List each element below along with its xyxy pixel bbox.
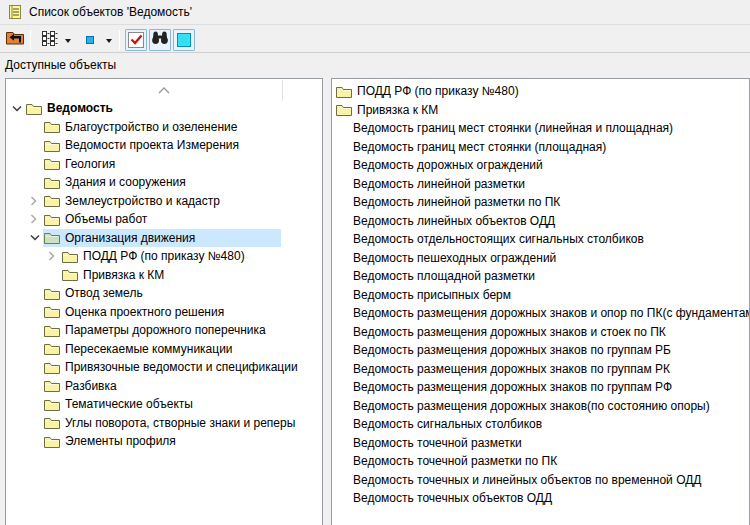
list-item[interactable]: Ведомость границ мест стоянки (площадная…: [332, 138, 749, 157]
list-item[interactable]: Ведомость размещения дорожных знаков и о…: [332, 304, 749, 323]
list-item-label: Ведомость точечных объектов ОДД: [353, 491, 552, 505]
tree-item[interactable]: Привязочные ведомости и спецификации: [6, 358, 322, 377]
folder-icon: [44, 287, 60, 300]
tree-item-content: Привязочные ведомости и спецификации: [43, 358, 298, 377]
list-item[interactable]: Ведомость площадной разметки: [332, 267, 749, 286]
list-item[interactable]: Ведомость размещения дорожных знаков(по …: [332, 397, 749, 416]
list-item[interactable]: Ведомость размещения дорожных знаков и с…: [332, 323, 749, 342]
tree-item-label: Разбивка: [65, 379, 117, 393]
list-item-label: Ведомость размещения дорожных знаков(по …: [353, 399, 710, 413]
folder-icon: [336, 103, 352, 116]
toolbar-separator: [30, 30, 31, 50]
list-item[interactable]: Ведомость сигнальных столбиков: [332, 415, 749, 434]
highlight-toggle-button[interactable]: [173, 29, 195, 51]
tree-item[interactable]: Привязка к КМ: [6, 266, 322, 285]
tree-item-label: Тематические объекты: [65, 397, 193, 411]
list-item[interactable]: Ведомость линейной разметки по ПК: [332, 193, 749, 212]
tree-item[interactable]: Объемы работ: [6, 210, 322, 229]
list-item[interactable]: Ведомость точечных и линейных объектов п…: [332, 471, 749, 490]
list-item[interactable]: Привязка к КМ: [332, 101, 749, 120]
chevron-down-icon[interactable]: [12, 105, 25, 112]
tree-item-label: Землеустройство и кадастр: [65, 194, 220, 208]
tree-item-content: Ведомость: [25, 99, 281, 118]
tree-item-content: Объемы работ: [43, 210, 281, 229]
list-item-label: Ведомость размещения дорожных знаков по …: [353, 362, 670, 376]
tree-item[interactable]: Землеустройство и кадастр: [6, 192, 322, 211]
list-item-label: Привязка к КМ: [357, 103, 438, 117]
marker-dropdown[interactable]: [102, 29, 116, 51]
tree-item[interactable]: Разбивка: [6, 377, 322, 396]
tree-item[interactable]: Ведомости проекта Измерения: [6, 136, 322, 155]
folder-icon: [44, 435, 60, 448]
chevron-right-icon[interactable]: [30, 214, 43, 224]
list-item-label: Ведомость линейной разметки: [353, 177, 525, 191]
list-item[interactable]: Ведомость размещения дорожных знаков по …: [332, 378, 749, 397]
tree-item-content: Тематические объекты: [43, 395, 281, 414]
folder-icon: [62, 268, 78, 281]
blue-square-icon: [86, 36, 94, 44]
tree-item[interactable]: Оценка проектного решения: [6, 303, 322, 322]
tree-item[interactable]: Геология: [6, 155, 322, 174]
available-objects-label: Доступные объекты: [5, 58, 116, 72]
window-titlebar: Список объектов 'Ведомость': [0, 0, 750, 25]
list-item[interactable]: Ведомость линейных объектов ОДД: [332, 212, 749, 231]
list-item[interactable]: Ведомость границ мест стоянки (линейная …: [332, 119, 749, 138]
list-item[interactable]: Ведомость размещения дорожных знаков по …: [332, 360, 749, 379]
objects-list-panel: ПОДД РФ (по приказу №480)Привязка к КМВе…: [331, 78, 750, 525]
tree-layout-button[interactable]: [37, 29, 61, 51]
list-item[interactable]: Ведомость линейной разметки: [332, 175, 749, 194]
folder-icon: [44, 139, 60, 152]
list-item-label: Ведомость площадной разметки: [353, 269, 535, 283]
tree-item-content: Благоустройство и озеленение: [43, 118, 281, 137]
list-item[interactable]: Ведомость дорожных ограждений: [332, 156, 749, 175]
tree-item-label: Привязочные ведомости и спецификации: [65, 360, 298, 374]
chevron-up-icon: [158, 80, 170, 98]
folder-icon: [44, 213, 60, 226]
tree-item[interactable]: Ведомость: [6, 99, 322, 118]
parent-folder-button[interactable]: [3, 29, 27, 51]
list-item[interactable]: Ведомость размещения дорожных знаков по …: [332, 341, 749, 360]
tree-item[interactable]: Благоустройство и озеленение: [6, 118, 322, 137]
tree-item[interactable]: Отвод земель: [6, 284, 322, 303]
list-item[interactable]: Ведомость точечной разметки: [332, 434, 749, 453]
tree-item-label: Благоустройство и озеленение: [65, 120, 237, 134]
list-item[interactable]: Ведомость точечной разметки по ПК: [332, 452, 749, 471]
search-button[interactable]: [149, 29, 171, 51]
tree-item[interactable]: Элементы профиля: [6, 432, 322, 451]
tree-item-label: Элементы профиля: [65, 434, 176, 448]
list-item-label: Ведомость пешеходных ограждений: [353, 251, 556, 265]
list-item[interactable]: ПОДД РФ (по приказу №480): [332, 82, 749, 101]
list-item[interactable]: Ведомость отдельностоящих сигнальных сто…: [332, 230, 749, 249]
list-item-label: Ведомость границ мест стоянки (площадная…: [353, 140, 606, 154]
list-item[interactable]: Ведомость пешеходных ограждений: [332, 249, 749, 268]
tree-scroll-up[interactable]: [6, 79, 322, 99]
folder-icon: [44, 398, 60, 411]
tree-item[interactable]: Пересекаемые коммуникации: [6, 340, 322, 359]
list-item-label: Ведомость присыпных берм: [353, 288, 511, 302]
tree-item[interactable]: Параметры дорожного поперечника: [6, 321, 322, 340]
chevron-down-icon[interactable]: [30, 234, 43, 241]
tree-item[interactable]: ПОДД РФ (по приказу №480): [6, 247, 322, 266]
binoculars-icon: [151, 30, 169, 49]
list-rows: ПОДД РФ (по приказу №480)Привязка к КМВе…: [332, 82, 749, 508]
tree-item[interactable]: Организация движения: [6, 229, 322, 248]
list-item-label: Ведомость размещения дорожных знаков и с…: [353, 325, 666, 339]
chevron-right-icon[interactable]: [30, 196, 43, 206]
tree-layout-dropdown[interactable]: [61, 29, 75, 51]
tree-rows: ВедомостьБлагоустройство и озеленениеВед…: [6, 99, 322, 451]
tree-item[interactable]: Тематические объекты: [6, 395, 322, 414]
list-item[interactable]: Ведомость присыпных берм: [332, 286, 749, 305]
folder-icon: [44, 176, 60, 189]
tree-item-label: Привязка к КМ: [83, 268, 164, 282]
tree-item-content: Геология: [43, 155, 281, 174]
chevron-right-icon[interactable]: [48, 251, 61, 261]
cyan-square-icon: [177, 33, 191, 47]
list-item[interactable]: Ведомость точечных объектов ОДД: [332, 489, 749, 508]
folder-icon: [44, 416, 60, 429]
tree-item-label: Здания и сооружения: [65, 175, 186, 189]
check-toggle-button[interactable]: [125, 29, 147, 51]
tree-item[interactable]: Здания и сооружения: [6, 173, 322, 192]
objects-tree-panel: ВедомостьБлагоустройство и озеленениеВед…: [5, 78, 323, 525]
tree-item[interactable]: Углы поворота, створные знаки и реперы: [6, 414, 322, 433]
marker-button[interactable]: [78, 29, 102, 51]
